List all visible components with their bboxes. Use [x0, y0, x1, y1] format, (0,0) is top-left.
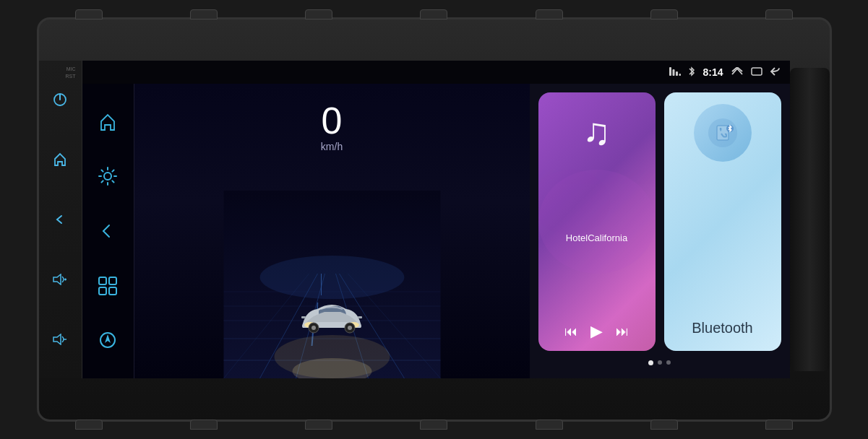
- music-card[interactable]: ♫ HotelCalifornia ⏮ ▶ ⏭: [538, 92, 656, 351]
- power-button[interactable]: [47, 87, 73, 113]
- left-controls-panel: MIC RST: [39, 61, 82, 378]
- main-screen: 8:14: [82, 61, 790, 378]
- sidebar-nav-btn[interactable]: [91, 323, 124, 357]
- dot-2: [666, 360, 671, 365]
- bluetooth-status-icon: [688, 66, 695, 79]
- status-bar: 8:14: [82, 61, 790, 84]
- top-mounting-tabs: [75, 9, 794, 19]
- prev-track-button[interactable]: ⏮: [564, 324, 577, 339]
- status-time: 8:14: [702, 66, 723, 78]
- sidebar-settings-btn[interactable]: [91, 160, 124, 193]
- svg-point-41: [311, 326, 316, 330]
- right-side-panel: [790, 68, 830, 371]
- svg-rect-8: [673, 69, 675, 76]
- play-button[interactable]: ▶: [590, 322, 603, 341]
- svg-rect-44: [358, 316, 362, 318]
- screen-content: 0 km/h: [134, 84, 790, 378]
- track-name: HotelCalifornia: [566, 232, 627, 243]
- screen-sidebar: [82, 84, 134, 378]
- right-panels: ♫ HotelCalifornia ⏮ ▶ ⏭: [530, 84, 790, 378]
- volume-up-button[interactable]: [47, 266, 73, 292]
- tab-b2: [190, 420, 218, 430]
- svg-marker-18: [105, 334, 111, 343]
- back-nav-icon: [770, 66, 781, 79]
- tab-b6: [650, 420, 678, 430]
- back-button[interactable]: [47, 207, 73, 232]
- speed-value: 0: [321, 102, 343, 139]
- svg-rect-11: [752, 68, 762, 75]
- svg-rect-10: [679, 74, 682, 76]
- music-controls: ⏮ ▶ ⏭: [564, 322, 629, 341]
- tab-b7: [765, 420, 793, 430]
- svg-point-12: [104, 173, 111, 180]
- volume-down-button[interactable]: [47, 326, 73, 352]
- speed-unit: km/h: [321, 141, 343, 152]
- dot-1: [658, 360, 662, 365]
- svg-point-20: [259, 256, 404, 299]
- speed-display: 0 km/h: [321, 102, 343, 152]
- bluetooth-card[interactable]: Bluetooth: [664, 92, 781, 351]
- tab-b4: [420, 420, 447, 430]
- svg-rect-7: [669, 67, 671, 76]
- device-labels: MIC RST: [66, 66, 76, 79]
- dash-area: 0 km/h: [134, 84, 530, 378]
- tab-3: [305, 9, 332, 19]
- next-track-button[interactable]: ⏭: [616, 324, 629, 339]
- tab-1: [75, 9, 103, 19]
- sidebar-apps-btn[interactable]: [91, 269, 124, 303]
- svg-rect-14: [109, 277, 116, 284]
- mic-label: MIC: [66, 66, 76, 71]
- svg-point-42: [348, 326, 352, 330]
- svg-rect-43: [301, 316, 306, 318]
- rst-label: RST: [66, 74, 76, 79]
- tab-b1: [75, 420, 103, 430]
- road-area: [134, 191, 530, 378]
- wifi-icon: [669, 67, 681, 78]
- window-icon: [751, 67, 762, 78]
- nav-up-icon: [731, 67, 744, 78]
- bluetooth-circle: [694, 104, 752, 162]
- music-note-icon: ♫: [583, 110, 611, 153]
- svg-marker-5: [53, 334, 61, 344]
- svg-rect-15: [99, 287, 106, 295]
- tab-6: [650, 9, 678, 19]
- car-image: [296, 296, 368, 339]
- sidebar-back-btn[interactable]: [91, 214, 124, 248]
- tab-5: [536, 9, 563, 19]
- svg-rect-16: [109, 287, 116, 295]
- tab-b3: [305, 420, 332, 430]
- panels-row: ♫ HotelCalifornia ⏮ ▶ ⏭: [538, 92, 781, 351]
- bluetooth-label: Bluetooth: [692, 320, 753, 336]
- svg-rect-9: [676, 71, 678, 76]
- tab-7: [765, 9, 793, 19]
- home-button[interactable]: [47, 147, 73, 173]
- svg-marker-2: [53, 274, 61, 284]
- tab-b5: [536, 420, 563, 430]
- sidebar-home-btn[interactable]: [91, 105, 124, 139]
- svg-rect-13: [99, 277, 106, 284]
- bottom-mounting-tabs: [75, 420, 794, 430]
- tab-4: [420, 9, 447, 19]
- dot-0: [648, 360, 653, 365]
- car-unit: MIC RST: [37, 17, 832, 422]
- tab-2: [190, 9, 218, 19]
